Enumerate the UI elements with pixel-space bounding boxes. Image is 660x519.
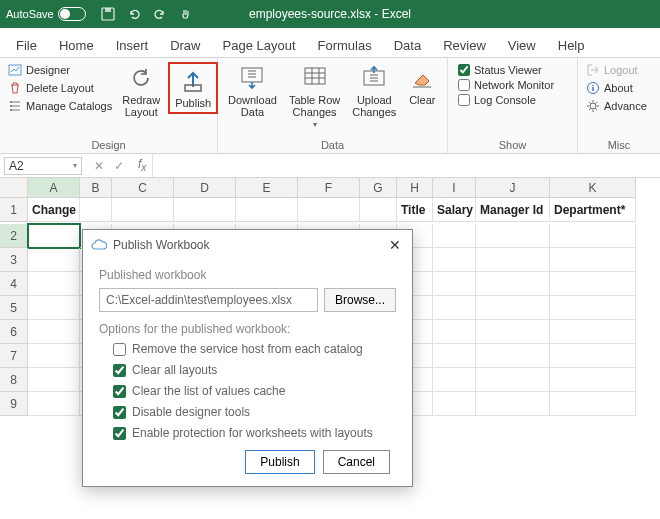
undo-icon[interactable]: [126, 6, 142, 22]
cell-C1[interactable]: [112, 198, 174, 222]
cell-K3[interactable]: [550, 248, 636, 272]
cell-I2[interactable]: [433, 224, 476, 248]
column-header-A[interactable]: A: [28, 178, 80, 198]
upload-changes-button[interactable]: Upload Changes: [348, 62, 400, 120]
cell-J7[interactable]: [476, 344, 550, 368]
cell-A5[interactable]: [28, 296, 80, 320]
browse-button[interactable]: Browse...: [324, 288, 396, 312]
column-header-G[interactable]: G: [360, 178, 397, 198]
row-header-3[interactable]: 3: [0, 248, 28, 272]
cell-J8[interactable]: [476, 368, 550, 392]
cell-I3[interactable]: [433, 248, 476, 272]
check-icon[interactable]: [458, 79, 470, 91]
cell-H1[interactable]: Title: [397, 198, 433, 222]
row-header-1[interactable]: 1: [0, 198, 28, 222]
cell-A6[interactable]: [28, 320, 80, 344]
column-header-B[interactable]: B: [80, 178, 112, 198]
menu-formulas[interactable]: Formulas: [316, 34, 374, 57]
cell-I1[interactable]: Salary: [433, 198, 476, 222]
cell-K2[interactable]: [550, 224, 636, 248]
select-all-corner[interactable]: [0, 178, 28, 198]
log-console-checkbox[interactable]: Log Console: [458, 94, 554, 106]
dialog-option-0[interactable]: Remove the service host from each catalo…: [113, 342, 396, 356]
cell-J3[interactable]: [476, 248, 550, 272]
cell-A8[interactable]: [28, 368, 80, 392]
dialog-cancel-button[interactable]: Cancel: [323, 450, 390, 474]
name-box[interactable]: A2 ▾: [4, 157, 82, 175]
cell-F1[interactable]: [298, 198, 360, 222]
menu-home[interactable]: Home: [57, 34, 96, 57]
dialog-option-3[interactable]: Disable designer tools: [113, 405, 396, 419]
menu-review[interactable]: Review: [441, 34, 488, 57]
row-header-2[interactable]: 2: [0, 224, 28, 248]
column-header-I[interactable]: I: [433, 178, 476, 198]
checkbox-icon[interactable]: [113, 427, 126, 440]
save-icon[interactable]: [100, 6, 116, 22]
cell-J9[interactable]: [476, 392, 550, 416]
dialog-option-2[interactable]: Clear the list of values cache: [113, 384, 396, 398]
formula-input[interactable]: [152, 154, 660, 177]
menu-page-layout[interactable]: Page Layout: [221, 34, 298, 57]
cell-J4[interactable]: [476, 272, 550, 296]
menu-data[interactable]: Data: [392, 34, 423, 57]
manage-catalogs-button[interactable]: Manage Catalogs: [6, 98, 114, 114]
cell-K4[interactable]: [550, 272, 636, 296]
row-header-9[interactable]: 9: [0, 392, 28, 416]
download-data-button[interactable]: Download Data: [224, 62, 281, 120]
row-header-8[interactable]: 8: [0, 368, 28, 392]
cell-E1[interactable]: [236, 198, 298, 222]
cell-A4[interactable]: [28, 272, 80, 296]
autosave-toggle[interactable]: AutoSave: [6, 7, 86, 21]
column-header-E[interactable]: E: [236, 178, 298, 198]
column-header-H[interactable]: H: [397, 178, 433, 198]
cell-I7[interactable]: [433, 344, 476, 368]
cell-J2[interactable]: [476, 224, 550, 248]
check-icon[interactable]: [458, 64, 470, 76]
about-button[interactable]: About: [584, 80, 649, 96]
advance-button[interactable]: Advance: [584, 98, 649, 114]
menu-draw[interactable]: Draw: [168, 34, 202, 57]
cell-B1[interactable]: [80, 198, 112, 222]
dialog-option-4[interactable]: Enable protection for worksheets with la…: [113, 426, 396, 440]
cell-J6[interactable]: [476, 320, 550, 344]
fx-icon[interactable]: fx: [132, 157, 152, 173]
row-header-6[interactable]: 6: [0, 320, 28, 344]
cell-A9[interactable]: [28, 392, 80, 416]
column-header-J[interactable]: J: [476, 178, 550, 198]
column-header-F[interactable]: F: [298, 178, 360, 198]
dialog-option-1[interactable]: Clear all layouts: [113, 363, 396, 377]
delete-layout-button[interactable]: Delete Layout: [6, 80, 114, 96]
cell-I8[interactable]: [433, 368, 476, 392]
cell-A1[interactable]: Change: [28, 198, 80, 222]
cell-A3[interactable]: [28, 248, 80, 272]
row-header-7[interactable]: 7: [0, 344, 28, 368]
redo-icon[interactable]: [152, 6, 168, 22]
network-monitor-checkbox[interactable]: Network Monitor: [458, 79, 554, 91]
row-header-5[interactable]: 5: [0, 296, 28, 320]
checkbox-icon[interactable]: [113, 364, 126, 377]
cell-I5[interactable]: [433, 296, 476, 320]
cell-I4[interactable]: [433, 272, 476, 296]
menu-insert[interactable]: Insert: [114, 34, 151, 57]
cancel-icon[interactable]: ✕: [92, 159, 106, 173]
redraw-layout-button[interactable]: Redraw Layout: [118, 62, 164, 120]
cell-K5[interactable]: [550, 296, 636, 320]
dialog-publish-button[interactable]: Publish: [245, 450, 314, 474]
touch-icon[interactable]: [178, 6, 194, 22]
cell-I6[interactable]: [433, 320, 476, 344]
cell-K1[interactable]: Department*: [550, 198, 636, 222]
close-button[interactable]: ✕: [386, 236, 404, 254]
cell-K9[interactable]: [550, 392, 636, 416]
cell-G1[interactable]: [360, 198, 397, 222]
column-header-C[interactable]: C: [112, 178, 174, 198]
cell-K7[interactable]: [550, 344, 636, 368]
designer-button[interactable]: Designer: [6, 62, 114, 78]
status-viewer-checkbox[interactable]: Status Viewer: [458, 64, 554, 76]
cell-J1[interactable]: Manager Id: [476, 198, 550, 222]
row-header-4[interactable]: 4: [0, 272, 28, 296]
cell-D1[interactable]: [174, 198, 236, 222]
clear-button[interactable]: Clear: [404, 62, 440, 108]
menu-help[interactable]: Help: [556, 34, 587, 57]
cell-I9[interactable]: [433, 392, 476, 416]
checkbox-icon[interactable]: [113, 406, 126, 419]
